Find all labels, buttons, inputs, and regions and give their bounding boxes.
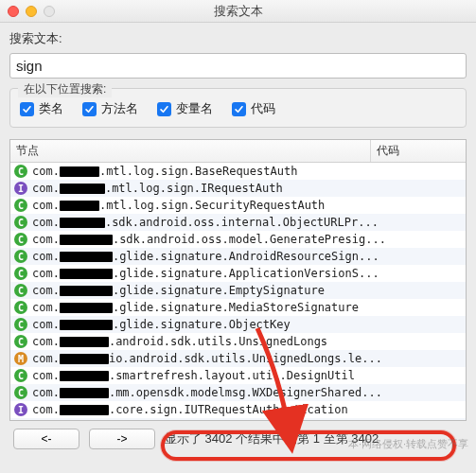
redaction-block xyxy=(60,252,113,262)
table-row[interactable]: Ccom..glide.signature.AndroidResourceSig… xyxy=(10,248,466,265)
class-icon: C xyxy=(14,386,27,399)
class-icon: C xyxy=(14,250,27,263)
scope-option-code[interactable]: 代码 xyxy=(232,100,275,117)
row-text: com..sdk.android.oss.internal.ObjectURLP… xyxy=(32,216,462,229)
class-icon: C xyxy=(14,335,27,348)
search-label: 搜索文本: xyxy=(9,30,467,47)
redaction-block xyxy=(60,354,109,364)
interface-icon: I xyxy=(14,182,27,195)
class-icon: C xyxy=(14,165,27,178)
table-row[interactable]: Ccom..glide.signature.EmptySignature xyxy=(10,282,466,299)
row-text: com..glide.signature.ApplicationVersionS… xyxy=(32,267,462,280)
redaction-block xyxy=(60,235,113,245)
scope-option-class[interactable]: 类名 xyxy=(20,100,63,117)
redaction-block xyxy=(60,166,99,177)
redaction-block xyxy=(60,286,113,296)
class-icon: C xyxy=(14,216,27,229)
row-text: com..mtl.log.sign.BaseRequestAuth xyxy=(32,165,462,178)
column-header-code[interactable]: 代码 xyxy=(371,140,466,162)
minimize-window-button[interactable] xyxy=(26,6,37,17)
column-header-node[interactable]: 节点 xyxy=(10,140,371,162)
class-icon: C xyxy=(14,267,27,280)
scope-option-var[interactable]: 变量名 xyxy=(157,100,213,117)
scope-option-label: 类名 xyxy=(39,100,63,117)
redaction-block xyxy=(60,269,113,279)
row-text: com..mtl.log.sign.SecurityRequestAuth xyxy=(32,199,462,212)
table-row[interactable]: Ccom..android.sdk.utils.UnsignedLongs xyxy=(10,333,466,350)
dialog-body: 搜索文本: 在以下位置搜索: 类名方法名变量名代码 节点 代码 Ccom..mt… xyxy=(0,23,476,455)
redaction-block xyxy=(60,405,109,415)
row-text: com..glide.signature.ObjectKey xyxy=(32,318,462,331)
redaction-block xyxy=(60,371,109,381)
maximize-window-button[interactable] xyxy=(44,6,55,17)
redaction-block xyxy=(60,337,109,347)
table-row[interactable]: Ccom..mtl.log.sign.SecurityRequestAuth xyxy=(10,197,466,214)
search-scope-legend: 在以下位置搜索: xyxy=(18,81,112,97)
row-text: com..mtl.log.sign.IRequestAuth xyxy=(32,182,462,195)
results-status-text: 显示了 3402 个结果中的第 1 至第 3402 xyxy=(165,430,463,447)
table-row[interactable]: Ccom..core.sign.UTBaseRequestAuthenticat… xyxy=(10,418,466,420)
window-title: 搜索文本 xyxy=(0,3,476,20)
scope-option-label: 变量名 xyxy=(176,100,213,117)
class-icon: C xyxy=(14,284,27,297)
row-text: com..smartrefresh.layout.util.DesignUtil xyxy=(32,369,462,382)
checkbox-icon[interactable] xyxy=(20,102,34,116)
table-row[interactable]: Icom..mtl.log.sign.IRequestAuth xyxy=(10,180,466,197)
redaction-block xyxy=(60,388,109,398)
next-page-button[interactable]: -> xyxy=(89,429,155,449)
class-icon: C xyxy=(14,301,27,314)
row-text: com..glide.signature.EmptySignature xyxy=(32,284,462,297)
class-icon: C xyxy=(14,369,27,382)
row-text: com..glide.signature.AndroidResourceSign… xyxy=(32,250,462,263)
class-icon: C xyxy=(14,199,27,212)
redaction-block xyxy=(60,320,113,330)
table-row[interactable]: Ccom..mm.opensdk.modelmsg.WXDesignerShar… xyxy=(10,384,466,401)
redaction-block xyxy=(60,218,105,228)
checkbox-icon[interactable] xyxy=(82,102,97,116)
bottom-bar: <- -> 显示了 3402 个结果中的第 1 至第 3402 xyxy=(9,429,467,449)
table-row[interactable]: Ccom..smartrefresh.layout.util.DesignUti… xyxy=(10,367,466,384)
table-row[interactable]: Icom..core.sign.IUTRequestAuthentication xyxy=(10,401,466,418)
results-table: 节点 代码 Ccom..mtl.log.sign.BaseRequestAuth… xyxy=(9,139,467,421)
checkbox-icon[interactable] xyxy=(232,102,246,116)
table-row[interactable]: Mcom.io.android.sdk.utils.UnsignedLongs.… xyxy=(10,350,466,367)
redaction-block xyxy=(60,303,113,313)
interface-icon: I xyxy=(14,403,27,416)
table-row[interactable]: Ccom..sdk.android.oss.model.GeneratePres… xyxy=(10,231,466,248)
scope-option-label: 方法名 xyxy=(101,100,138,117)
scope-option-label: 代码 xyxy=(251,100,275,117)
table-row[interactable]: Ccom..glide.signature.ApplicationVersion… xyxy=(10,265,466,282)
table-row[interactable]: Ccom..glide.signature.MediaStoreSignatur… xyxy=(10,299,466,316)
window-controls xyxy=(8,6,55,17)
checkbox-icon[interactable] xyxy=(157,102,171,116)
table-row[interactable]: Ccom..sdk.android.oss.internal.ObjectURL… xyxy=(10,214,466,231)
row-text: com..core.sign.IUTRequestAuthentication xyxy=(32,403,462,416)
row-text: com..mm.opensdk.modelmsg.WXDesignerShare… xyxy=(32,386,462,399)
row-text: com..android.sdk.utils.UnsignedLongs xyxy=(32,335,462,348)
row-text: com..sdk.android.oss.model.GeneratePresi… xyxy=(32,233,462,246)
scope-option-method[interactable]: 方法名 xyxy=(82,100,138,117)
row-text: com..glide.signature.MediaStoreSignature xyxy=(32,301,462,314)
row-text: com.io.android.sdk.utils.UnsignedLongs.l… xyxy=(32,352,462,365)
redaction-block xyxy=(60,201,99,211)
close-window-button[interactable] xyxy=(8,6,19,17)
table-body: Ccom..mtl.log.sign.BaseRequestAuthIcom..… xyxy=(10,163,466,420)
search-scope-group: 在以下位置搜索: 类名方法名变量名代码 xyxy=(9,88,467,128)
search-input[interactable] xyxy=(9,53,467,79)
redaction-block xyxy=(60,184,105,194)
class-icon: C xyxy=(14,318,27,331)
table-row[interactable]: Ccom..glide.signature.ObjectKey xyxy=(10,316,466,333)
title-bar: 搜索文本 xyxy=(0,0,476,23)
method-icon: M xyxy=(14,352,27,365)
prev-page-button[interactable]: <- xyxy=(13,429,79,449)
table-header-row: 节点 代码 xyxy=(10,140,466,163)
table-row[interactable]: Ccom..mtl.log.sign.BaseRequestAuth xyxy=(10,163,466,180)
class-icon: C xyxy=(14,233,27,246)
